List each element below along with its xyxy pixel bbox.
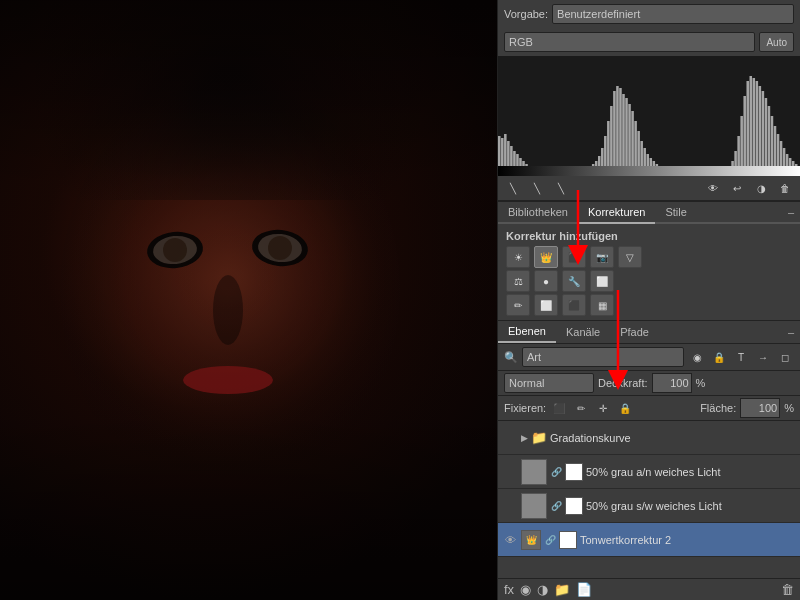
delete-icon[interactable]: 🗑	[776, 179, 794, 197]
channel-dropdown[interactable]: RGB	[504, 32, 755, 52]
fill-input[interactable]	[740, 398, 780, 418]
layer-thumb-2	[521, 459, 547, 485]
toggle-icon[interactable]: ◑	[752, 179, 770, 197]
layers-toolbar-row: 🔍 ◉ 🔒 T → ◻	[498, 344, 800, 371]
layers-collapse-button[interactable]: –	[782, 322, 800, 342]
search-icon: 🔍	[504, 351, 518, 364]
fix-row: Fixieren: ⬛ ✏ ✛ 🔒 Fläche: %	[498, 396, 800, 421]
auto-button[interactable]: Auto	[759, 32, 794, 52]
layer-eye-3[interactable]	[502, 498, 518, 514]
add-mask-button[interactable]: ◉	[520, 582, 531, 597]
layer-eye-1[interactable]	[502, 430, 518, 446]
fill-unit: %	[784, 402, 794, 414]
preset-dropdown[interactable]: Benutzerdefiniert	[552, 4, 794, 24]
opacity-label: Deckkraft:	[598, 377, 648, 389]
layer-item-grau-sw[interactable]: 🔗 50% grau s/w weiches Licht	[498, 489, 800, 523]
layer-item-grau-an[interactable]: 🔗 50% grau a/n weiches Licht	[498, 455, 800, 489]
tab-korrekturen[interactable]: Korrekturen	[578, 202, 655, 224]
adj-title: Korrektur hinzufügen	[498, 228, 800, 246]
adj-hue-icon[interactable]: ●	[534, 270, 558, 292]
right-panels: Vorgabe: Benutzerdefiniert RGB Auto ╲ ╲ …	[497, 0, 800, 600]
layer-filter-icon[interactable]: ◻	[776, 348, 794, 366]
new-group-button[interactable]: 📁	[554, 582, 570, 597]
correction-tabs: Bibliotheken Korrekturen Stile –	[498, 202, 800, 224]
layer-name-3: 50% grau s/w weiches Licht	[586, 500, 796, 512]
preset-label: Vorgabe:	[504, 8, 548, 20]
panel-collapse-button[interactable]: –	[782, 202, 800, 222]
adjustments-panel: Korrektur hinzufügen ☀ 👑 ⬛ 📷 ▽ ⚖ ● 🔧 ⬜ ✏…	[498, 224, 800, 321]
delete-layer-button[interactable]: 🗑	[781, 582, 794, 597]
channel-row: RGB Auto	[498, 28, 800, 56]
eyedropper-black-icon[interactable]: ╲	[504, 179, 522, 197]
fix-pixel-icon[interactable]: ⬛	[550, 399, 568, 417]
curves-panel: Vorgabe: Benutzerdefiniert RGB Auto ╲ ╲ …	[498, 0, 800, 202]
layer-lock-icon[interactable]: 🔒	[710, 348, 728, 366]
adj-curves-icon[interactable]: 👑	[534, 246, 558, 268]
adj-levels-icon[interactable]: ⬛	[562, 246, 586, 268]
ltab-ebenen[interactable]: Ebenen	[498, 321, 556, 343]
tab-bibliotheken[interactable]: Bibliotheken	[498, 202, 578, 224]
adj-threshold-icon[interactable]: ⬛	[562, 294, 586, 316]
layer-eye-2[interactable]	[502, 464, 518, 480]
adj-brightness-icon[interactable]: ☀	[506, 246, 530, 268]
adj-channel-mixer-icon[interactable]: ⬜	[590, 270, 614, 292]
fix-all-icon[interactable]: 🔒	[616, 399, 634, 417]
adj-selective-icon[interactable]: 🔧	[562, 270, 586, 292]
opacity-unit: %	[696, 377, 706, 389]
adj-row-1: ☀ 👑 ⬛ 📷 ▽	[506, 246, 792, 268]
adj-invert-icon[interactable]: ✏	[506, 294, 530, 316]
photo-canvas	[0, 0, 497, 600]
layer-text-icon[interactable]: T	[732, 348, 750, 366]
tab-stile[interactable]: Stile	[655, 202, 696, 224]
eyedropper-gray-icon[interactable]: ╲	[528, 179, 546, 197]
blend-mode-dropdown[interactable]: Normal	[504, 373, 594, 393]
adj-icons-grid: ☀ 👑 ⬛ 📷 ▽ ⚖ ● 🔧 ⬜ ✏ ⬜ ⬛ ▦	[498, 246, 800, 316]
adj-balance-icon[interactable]: ⚖	[506, 270, 530, 292]
reset-icon[interactable]: ↩	[728, 179, 746, 197]
opacity-input[interactable]	[652, 373, 692, 393]
add-adjustment-button[interactable]: ◑	[537, 582, 548, 597]
layer-mask-4	[559, 531, 577, 549]
ltab-pfade[interactable]: Pfade	[610, 322, 659, 342]
layer-name-2: 50% grau a/n weiches Licht	[586, 466, 796, 478]
visibility-icon[interactable]: 👁	[704, 179, 722, 197]
curves-toolbar: ╲ ╲ ╲ 👁 ↩ ◑ 🗑	[498, 176, 800, 201]
adj-gradient-map-icon[interactable]: ▦	[590, 294, 614, 316]
layer-adj-thumb-4: 👑	[521, 530, 541, 550]
layer-mode-row: Normal Deckkraft: %	[498, 371, 800, 396]
layer-expand-1[interactable]: ▶	[521, 433, 528, 443]
layers-bottom-toolbar: fx ◉ ◑ 📁 📄 🗑	[498, 578, 800, 600]
adj-posterize-icon[interactable]: ⬜	[534, 294, 558, 316]
layers-section: Ebenen Kanäle Pfade – 🔍 ◉ 🔒 T → ◻ Normal…	[498, 321, 800, 600]
fix-label: Fixieren:	[504, 402, 546, 414]
layer-search-input[interactable]	[522, 347, 684, 367]
folder-icon-1: 📁	[531, 430, 547, 445]
adj-gradient-icon[interactable]: ▽	[618, 246, 642, 268]
layer-item-tonwert[interactable]: 👁 👑 🔗 Tonwertkorrektur 2	[498, 523, 800, 557]
layer-thumb-3	[521, 493, 547, 519]
layer-kind-icon[interactable]: ◉	[688, 348, 706, 366]
fix-move-icon[interactable]: ✛	[594, 399, 612, 417]
ltab-kanaele[interactable]: Kanäle	[556, 322, 610, 342]
fill-label: Fläche:	[700, 402, 736, 414]
eyedropper-white-icon[interactable]: ╲	[552, 179, 570, 197]
layer-name-4: Tonwertkorrektur 2	[580, 534, 796, 546]
histogram	[498, 56, 800, 176]
layer-mask-3	[565, 497, 583, 515]
fix-brush-icon[interactable]: ✏	[572, 399, 590, 417]
layer-name-1: Gradationskurve	[550, 432, 796, 444]
fx-button[interactable]: fx	[504, 582, 514, 597]
layer-link-3: 🔗	[550, 500, 562, 512]
layers-list: ▶ 📁 Gradationskurve 🔗 50% grau a/n weich…	[498, 421, 800, 578]
adj-photo-filter-icon[interactable]: 📷	[590, 246, 614, 268]
adj-row-3: ✏ ⬜ ⬛ ▦	[506, 294, 792, 316]
new-layer-button[interactable]: 📄	[576, 582, 592, 597]
layers-tabs: Ebenen Kanäle Pfade –	[498, 321, 800, 344]
layer-item-gradationskurve[interactable]: ▶ 📁 Gradationskurve	[498, 421, 800, 455]
layer-link-4: 🔗	[544, 534, 556, 546]
layer-eye-4[interactable]: 👁	[502, 532, 518, 548]
layer-mask-2	[565, 463, 583, 481]
preset-row: Vorgabe: Benutzerdefiniert	[498, 0, 800, 28]
layer-link-2: 🔗	[550, 466, 562, 478]
layer-move-icon[interactable]: →	[754, 348, 772, 366]
